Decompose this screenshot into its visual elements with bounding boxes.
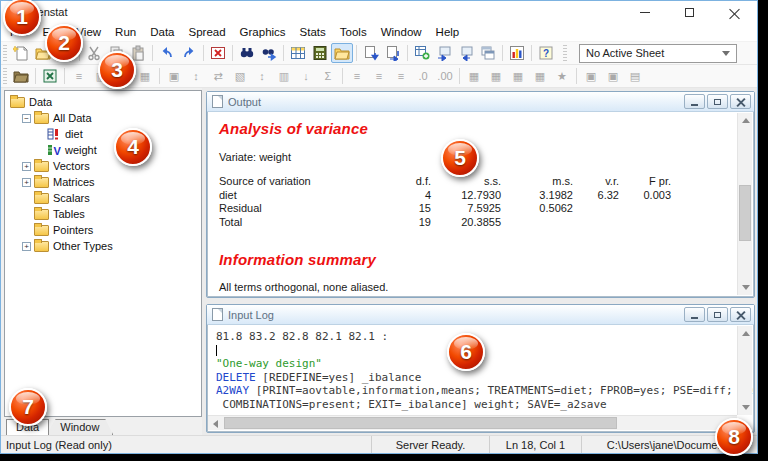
menu-bar: File Edit View Run Data Spread Graphics … — [1, 23, 757, 42]
menu-tools[interactable]: Tools — [333, 24, 374, 40]
table-merge-icon[interactable]: ▦ — [485, 66, 507, 86]
tree-item-matrices[interactable]: + Matrices — [5, 174, 201, 190]
insert-row-icon[interactable]: ≡ — [68, 66, 90, 86]
calculator-icon[interactable] — [309, 43, 331, 63]
toolbar-grip[interactable] — [3, 45, 7, 61]
input-log-title-bar[interactable]: Input Log — [207, 305, 754, 325]
menu-data[interactable]: Data — [143, 24, 181, 40]
find-icon[interactable] — [236, 43, 258, 63]
scroll-thumb[interactable] — [739, 185, 751, 241]
add-sheet-to-book-icon[interactable] — [411, 43, 433, 63]
decimals-more-icon[interactable]: .00 — [434, 66, 456, 86]
shift-cells-icon[interactable]: ▥ — [273, 66, 295, 86]
menu-spread[interactable]: Spread — [181, 24, 232, 40]
anova-row-residual: Residual — [219, 202, 387, 216]
column-widths-icon[interactable]: ▦ — [134, 66, 156, 86]
align-center-icon[interactable]: ≡ — [390, 66, 412, 86]
callout-2: 2 — [45, 24, 83, 62]
callout-3: 3 — [98, 51, 136, 89]
input-log-restore-button[interactable] — [707, 307, 728, 322]
new-spreadsheet-icon[interactable] — [287, 43, 309, 63]
restore-icon — [714, 312, 721, 318]
help-icon[interactable]: ? — [535, 43, 557, 63]
analysis-heading: Analysis of variance — [219, 120, 737, 137]
output-title-bar[interactable]: Output — [207, 92, 754, 112]
active-sheet-selector[interactable]: No Active Sheet — [579, 44, 737, 63]
open-book-icon[interactable] — [10, 66, 32, 86]
menu-run[interactable]: Run — [108, 24, 143, 40]
status-bar: Input Log (Read only) Server Ready. Ln 1… — [1, 435, 757, 453]
redo-icon[interactable] — [178, 43, 200, 63]
tree-item-vectors[interactable]: + Vectors — [5, 158, 201, 174]
menu-stats[interactable]: Stats — [293, 24, 333, 40]
input-log-vertical-scrollbar[interactable] — [737, 326, 752, 415]
output-restore-button[interactable] — [707, 94, 728, 109]
tab-window[interactable]: Window — [46, 419, 113, 435]
toolbar-grip[interactable] — [563, 45, 567, 61]
duplicate-sheet-icon[interactable]: ▣ — [602, 66, 624, 86]
cascade-sheets-icon[interactable] — [477, 43, 499, 63]
input-log-horizontal-scrollbar[interactable] — [208, 415, 737, 430]
sort-rows-icon[interactable]: ⇄ — [207, 66, 229, 86]
send-to-server-icon[interactable] — [455, 43, 477, 63]
collapse-icon[interactable]: − — [22, 114, 31, 123]
menu-window[interactable]: Window — [374, 24, 429, 40]
tree-item-tables[interactable]: Tables — [5, 206, 201, 222]
restrict-rows-icon[interactable]: ↕ — [251, 66, 273, 86]
expand-icon[interactable]: + — [22, 162, 31, 171]
align-decimal-icon[interactable]: ≡ — [346, 66, 368, 86]
join-sheets-icon[interactable]: ▧ — [229, 66, 251, 86]
expand-icon[interactable]: + — [22, 178, 31, 187]
maximize-button[interactable] — [667, 1, 712, 23]
expand-icon[interactable]: + — [22, 242, 31, 251]
scroll-down-icon[interactable] — [738, 400, 753, 415]
tree-item-scalars[interactable]: Scalars — [5, 190, 201, 206]
input-log-minimize-button[interactable] — [684, 307, 705, 322]
copy-special-icon[interactable]: ▣ — [580, 66, 602, 86]
sort-ascending-icon[interactable]: ↓ — [295, 66, 317, 86]
scroll-down-icon[interactable] — [738, 280, 753, 295]
tree-item-diet[interactable]: diet — [5, 126, 201, 142]
output-vertical-scrollbar[interactable] — [737, 113, 752, 295]
toolbar-grip[interactable] — [3, 68, 7, 84]
send-to-spreadsheet-icon[interactable] — [433, 43, 455, 63]
folder-icon — [34, 161, 49, 172]
clear-output-icon[interactable] — [207, 43, 229, 63]
output-minimize-button[interactable] — [684, 94, 705, 109]
scroll-thumb[interactable] — [224, 417, 617, 429]
close-button[interactable] — [712, 1, 757, 23]
renumber-rows-icon[interactable]: ↕ — [185, 66, 207, 86]
open-spreadsheet-icon[interactable] — [331, 43, 353, 63]
table-append-icon[interactable]: ▦ — [507, 66, 529, 86]
table-convert-icon[interactable]: ▦ — [463, 66, 485, 86]
new-file-icon[interactable] — [10, 43, 32, 63]
tree-item-data[interactable]: Data — [5, 94, 201, 110]
update-server-data-icon[interactable] — [360, 43, 382, 63]
tree-item-pointers[interactable]: Pointers — [5, 222, 201, 238]
refresh-data-icon[interactable] — [382, 43, 404, 63]
graphics-viewer-icon[interactable] — [506, 43, 528, 63]
sum-column-icon[interactable]: Σ — [317, 66, 339, 86]
input-log-close-button[interactable] — [730, 307, 751, 322]
new-query-icon[interactable]: ★ — [551, 66, 573, 86]
output-close-button[interactable] — [730, 94, 751, 109]
scroll-up-icon[interactable] — [738, 113, 753, 128]
status-cursor-position: Ln 18, Col 1 — [489, 436, 581, 453]
menu-graphics[interactable]: Graphics — [233, 24, 293, 40]
sheet-options-icon[interactable]: ▤ — [624, 66, 646, 86]
align-left-icon[interactable]: ≡ — [368, 66, 390, 86]
tree-item-weight[interactable]: V weight — [5, 142, 201, 158]
tree-item-other-types[interactable]: + Other Types — [5, 238, 201, 254]
export-excel-icon[interactable] — [39, 66, 61, 86]
scroll-left-icon[interactable] — [208, 416, 223, 431]
tree-item-all-data[interactable]: − All Data — [5, 110, 201, 126]
minimize-button[interactable] — [622, 1, 667, 23]
decimals-less-icon[interactable]: .0 — [412, 66, 434, 86]
table-expand-icon[interactable]: ▦ — [529, 66, 551, 86]
undo-icon[interactable] — [156, 43, 178, 63]
menu-help[interactable]: Help — [429, 24, 467, 40]
close-icon — [729, 7, 740, 18]
edit-cells-icon[interactable]: ▣ — [163, 66, 185, 86]
scroll-up-icon[interactable] — [738, 326, 753, 341]
find-next-icon[interactable] — [258, 43, 280, 63]
